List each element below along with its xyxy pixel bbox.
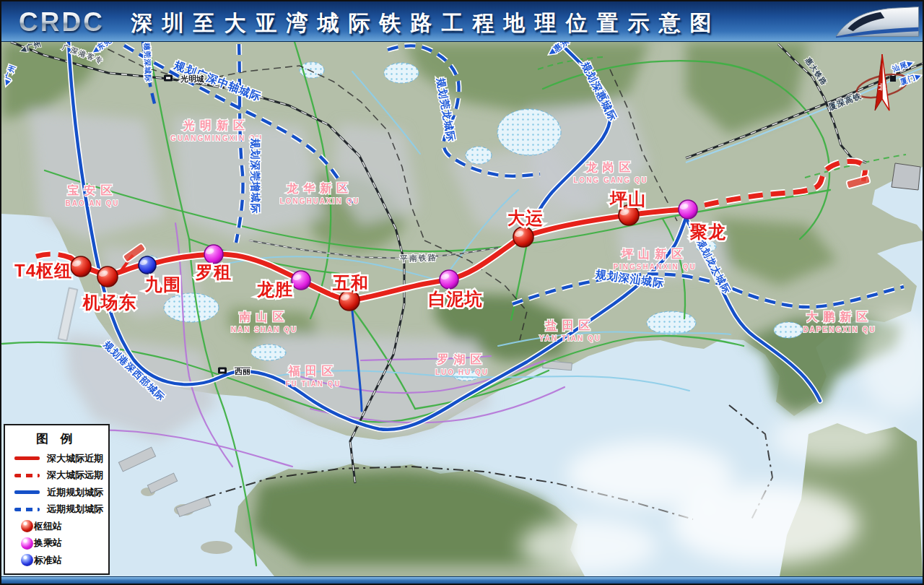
page-title: 深圳至大亚湾城际铁路工程地理位置示意图 xyxy=(1,9,850,38)
district-label: 福田区 xyxy=(288,365,339,377)
district-pinyin: DAPENGXIN QU xyxy=(803,326,876,334)
station-label: 龙胜 xyxy=(256,280,293,299)
legend-item: 远期规划城际 xyxy=(5,501,108,519)
solid-line-swatch xyxy=(14,456,40,460)
legend-item: 深大城际近期 xyxy=(5,450,108,467)
station-label: 五和 xyxy=(332,273,369,292)
dashed-line-swatch xyxy=(14,508,40,511)
district-label: 坪山新区 xyxy=(621,248,688,260)
footer-bar xyxy=(1,576,923,584)
district-label: 盐田区 xyxy=(545,319,596,332)
hub-station-swatch xyxy=(21,520,33,532)
district-pinyin: GUANGMINGXIN QU xyxy=(170,134,263,142)
station-label: T4枢纽 xyxy=(14,261,72,280)
station-label: 坪山 xyxy=(609,189,646,209)
map-canvas: 北 宝安区BAO AN QU光明新区GUANGMINGXIN QU龙华新区LON… xyxy=(1,42,923,576)
legend-label: 深大城际远期 xyxy=(47,469,103,482)
district-pinyin: BAO AN QU xyxy=(66,199,120,207)
district-label: 宝安区 xyxy=(68,183,118,196)
legend-label: 标准站 xyxy=(34,554,62,567)
station-label: 九围 xyxy=(144,274,181,294)
station-marker-transfer xyxy=(440,270,458,289)
line-label: 平南铁路 xyxy=(400,253,437,263)
rail-station-icon-inner xyxy=(220,370,225,372)
station-marker-transfer xyxy=(292,271,310,290)
station-marker-transfer xyxy=(204,245,223,264)
train-icon xyxy=(831,4,921,40)
map-area: 北 宝安区BAO AN QU光明新区GUANGMINGXIN QU龙华新区LON… xyxy=(1,42,923,576)
standard-station-swatch xyxy=(21,554,33,566)
legend-label: 深大城际近期 xyxy=(47,452,103,465)
rail-station-label: 光明城 xyxy=(180,74,204,83)
district-label: 大鹏新区 xyxy=(806,311,873,323)
district-pinyin: YAN TIAN QU xyxy=(539,334,601,342)
solid-line-swatch xyxy=(14,490,40,494)
legend-label: 换乘站 xyxy=(34,537,62,550)
rail-station-label: 西丽 xyxy=(234,367,250,376)
station-marker-hub xyxy=(339,290,359,311)
legend-item: 近期规划城际 xyxy=(5,484,108,501)
station-label: 白泥坑 xyxy=(429,289,483,308)
transfer-station-swatch xyxy=(21,537,33,550)
district-pinyin: LONG GANG QU xyxy=(573,176,648,184)
map-poster: CRDC 深圳至大亚湾城际铁路工程地理位置示意图 xyxy=(0,0,924,585)
header: CRDC 深圳至大亚湾城际铁路工程地理位置示意图 xyxy=(1,1,923,42)
station-label: 聚龙 xyxy=(689,222,726,241)
legend-label: 近期规划城际 xyxy=(47,486,103,499)
station-marker-standard xyxy=(139,256,156,274)
district-label: 光明新区 xyxy=(183,119,250,131)
district-pinyin: FU TIAN QU xyxy=(285,380,341,388)
district-pinyin: LONGHUAXIN QU xyxy=(280,197,360,205)
legend-item: 深大城际远期 xyxy=(5,467,108,485)
station-label: 机场东 xyxy=(82,292,137,312)
line-label: 穗莞深城际 xyxy=(143,42,152,82)
district-pinyin: PINGSHANXIN QU xyxy=(613,263,696,271)
legend-item: 换乘站 xyxy=(5,535,108,552)
line-label: 规划深莞增城际 xyxy=(250,138,261,214)
station-marker-hub xyxy=(513,227,533,247)
legend-title: 图 例 xyxy=(5,430,108,447)
dashed-line-swatch xyxy=(14,474,40,477)
station-label: 罗租 xyxy=(195,262,232,282)
district-label: 龙华新区 xyxy=(286,182,353,194)
station-marker-transfer xyxy=(679,200,697,219)
district-pinyin: LUO HU QU xyxy=(435,368,489,376)
station-label: 大运 xyxy=(507,208,544,228)
district-pinyin: NAN SHAN QU xyxy=(231,326,298,334)
district-label: 龙岗区 xyxy=(585,161,636,173)
district-label: 罗湖区 xyxy=(437,353,487,365)
legend-box: 图 例 深大城际近期深大城际远期近期规划城际远期规划城际枢纽站换乘站标准站 xyxy=(4,424,110,575)
legend-label: 枢纽站 xyxy=(34,520,62,533)
station-marker-hub xyxy=(97,266,118,287)
station-marker-hub xyxy=(71,256,91,277)
rail-station-icon-inner xyxy=(166,77,170,79)
compass-north-label: 北 xyxy=(878,83,886,91)
legend-label: 远期规划城际 xyxy=(47,503,103,516)
legend-item: 标准站 xyxy=(5,552,108,569)
district-label: 南山区 xyxy=(239,311,289,323)
legend-item: 枢纽站 xyxy=(5,518,108,535)
